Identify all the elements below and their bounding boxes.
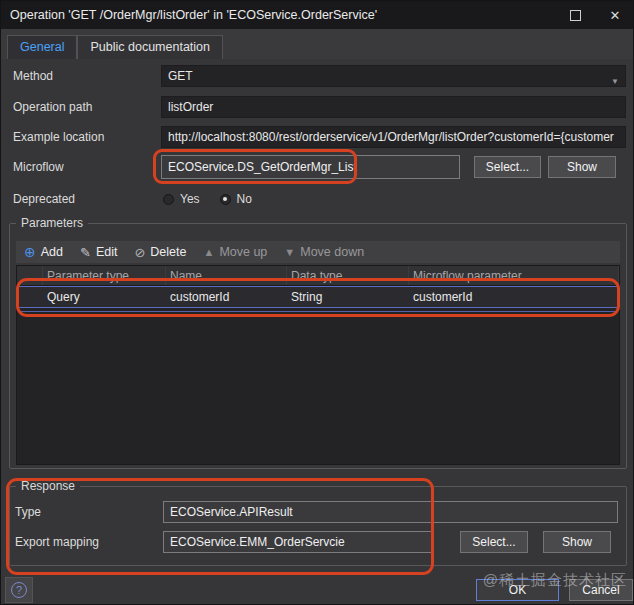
close-icon bbox=[610, 8, 621, 23]
edit-button[interactable]: Edit bbox=[80, 245, 117, 260]
tab-strip: General Public documentation bbox=[1, 29, 634, 59]
parameters-toolbar: Add Edit Delete Move up Move down bbox=[16, 241, 620, 263]
delete-button[interactable]: Delete bbox=[134, 245, 186, 260]
close-button[interactable] bbox=[595, 1, 634, 29]
move-down-button[interactable]: Move down bbox=[284, 245, 364, 259]
microflow-show-button[interactable]: Show bbox=[548, 156, 616, 178]
example-location-value: http://localhost:8080/rest/orderservice/… bbox=[161, 126, 626, 148]
row-gutter bbox=[17, 287, 43, 307]
selection-focus-line bbox=[18, 311, 618, 312]
response-type-label: Type bbox=[15, 501, 41, 523]
help-button[interactable] bbox=[5, 577, 33, 603]
tab-general[interactable]: General bbox=[7, 35, 77, 59]
radio-no-label: No bbox=[237, 192, 252, 206]
table-header-row: Parameter type Name Data type Microflow … bbox=[17, 266, 619, 286]
operation-path-label: Operation path bbox=[13, 96, 92, 118]
add-button[interactable]: Add bbox=[24, 244, 63, 260]
column-header-microflow-parameter[interactable]: Microflow parameter bbox=[409, 266, 619, 285]
method-value: GET bbox=[168, 69, 193, 83]
example-location-label: Example location bbox=[13, 126, 104, 148]
operation-path-input[interactable]: listOrder bbox=[161, 96, 626, 118]
add-circle-icon bbox=[24, 244, 36, 260]
radio-yes[interactable] bbox=[163, 194, 174, 205]
cell-parameter-type: Query bbox=[43, 287, 166, 307]
triangle-up-icon bbox=[203, 245, 214, 259]
maximize-button[interactable] bbox=[555, 1, 595, 29]
method-dropdown[interactable]: GET bbox=[161, 65, 626, 87]
title-bar: Operation 'GET /OrderMgr/listOrder' in '… bbox=[1, 1, 634, 29]
microflow-value: ECOService.DS_GetOrderMgr_List bbox=[161, 155, 460, 179]
chevron-down-icon bbox=[611, 70, 619, 87]
parameters-group-label: Parameters bbox=[16, 216, 88, 231]
response-group: Response bbox=[9, 486, 627, 566]
move-up-button-label: Move up bbox=[219, 245, 267, 259]
microflow-select-button[interactable]: Select... bbox=[474, 156, 541, 178]
cell-name: customerId bbox=[166, 287, 287, 307]
move-down-button-label: Move down bbox=[300, 245, 364, 259]
add-button-label: Add bbox=[41, 245, 63, 259]
maximize-icon bbox=[570, 10, 581, 21]
row-gutter bbox=[17, 266, 43, 285]
triangle-down-icon bbox=[284, 245, 295, 259]
operation-dialog: Operation 'GET /OrderMgr/listOrder' in '… bbox=[0, 0, 634, 605]
radio-no[interactable] bbox=[220, 194, 231, 205]
cell-data-type: String bbox=[287, 287, 409, 307]
no-entry-icon bbox=[134, 245, 145, 260]
response-type-value: ECOService.APIResult bbox=[163, 501, 618, 523]
column-header-name[interactable]: Name bbox=[166, 266, 287, 285]
move-up-button[interactable]: Move up bbox=[203, 245, 267, 259]
microflow-label: Microflow bbox=[13, 156, 64, 178]
watermark: @稀土掘金技术社区 bbox=[483, 571, 627, 590]
edit-button-label: Edit bbox=[96, 245, 118, 259]
dialog-title: Operation 'GET /OrderMgr/listOrder' in '… bbox=[1, 8, 377, 22]
parameters-group: Parameters Add Edit Delete Move up Move … bbox=[9, 223, 627, 469]
export-mapping-select-button[interactable]: Select... bbox=[460, 531, 528, 553]
cell-microflow-parameter: customerId bbox=[409, 287, 619, 307]
help-icon bbox=[11, 582, 27, 598]
tab-public-documentation[interactable]: Public documentation bbox=[77, 35, 223, 59]
method-label: Method bbox=[13, 65, 53, 87]
column-header-data-type[interactable]: Data type bbox=[287, 266, 409, 285]
export-mapping-value: ECOService.EMM_OrderServcie bbox=[163, 531, 434, 553]
pencil-icon bbox=[80, 245, 91, 260]
parameters-table: Parameter type Name Data type Microflow … bbox=[16, 265, 620, 465]
delete-button-label: Delete bbox=[150, 245, 186, 259]
radio-yes-label: Yes bbox=[180, 192, 200, 206]
export-mapping-label: Export mapping bbox=[15, 531, 99, 553]
export-mapping-show-button[interactable]: Show bbox=[543, 531, 611, 553]
column-header-parameter-type[interactable]: Parameter type bbox=[43, 266, 166, 285]
deprecated-label: Deprecated bbox=[13, 188, 75, 210]
table-row[interactable]: Query customerId String customerId bbox=[17, 286, 619, 308]
response-group-label: Response bbox=[16, 479, 80, 494]
deprecated-radio-group: Yes No bbox=[163, 192, 266, 206]
